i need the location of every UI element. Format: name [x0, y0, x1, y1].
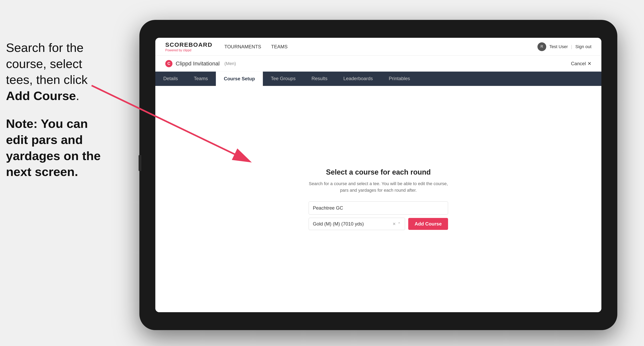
note-text: Note: You canedit pars andyardages on th…	[6, 116, 122, 180]
cancel-button[interactable]: Cancel ✕	[571, 61, 592, 66]
separator: |	[571, 44, 572, 49]
nav-tournaments[interactable]: TOURNAMENTS	[224, 44, 261, 49]
user-name: Test User	[550, 44, 568, 49]
tournament-logo: C	[165, 60, 172, 67]
tee-select-wrapper[interactable]: Gold (M) (M) (7010 yds) ✕ ⌃	[309, 218, 405, 230]
logo-area: SCOREBOARD Powered by clippd	[165, 41, 212, 52]
add-course-button[interactable]: Add Course	[408, 218, 448, 230]
navbar-left: SCOREBOARD Powered by clippd TOURNAMENTS…	[165, 41, 288, 52]
cancel-icon: ✕	[588, 61, 592, 66]
tournament-name: Clippd Invitational	[176, 60, 220, 67]
tab-leaderboards[interactable]: Leaderboards	[335, 72, 381, 86]
tab-course-setup[interactable]: Course Setup	[216, 72, 263, 86]
instructions-panel: Search for thecourse, selecttees, then c…	[6, 40, 122, 192]
logo-title: SCOREBOARD	[165, 41, 212, 48]
clear-icon[interactable]: ✕	[392, 221, 396, 226]
tab-tee-groups[interactable]: Tee Groups	[263, 72, 304, 86]
tee-select-icons: ✕ ⌃	[392, 221, 401, 226]
tablet-frame: SCOREBOARD Powered by clippd TOURNAMENTS…	[140, 20, 617, 330]
main-content: Select a course for each round Search fo…	[155, 86, 602, 312]
sign-out-link[interactable]: Sign out	[575, 44, 592, 49]
tournament-title: C Clippd Invitational (Men)	[165, 60, 236, 67]
tab-printables[interactable]: Printables	[381, 72, 418, 86]
course-search-input[interactable]	[309, 201, 448, 214]
logo-subtitle: Powered by clippd	[165, 48, 212, 52]
tee-select-row: Gold (M) (M) (7010 yds) ✕ ⌃ Add Course	[309, 218, 448, 230]
navbar-right: R Test User | Sign out	[538, 42, 592, 51]
tablet-side-button	[138, 155, 142, 171]
user-avatar: R	[538, 42, 546, 51]
tournament-badge: (Men)	[224, 61, 236, 66]
chevron-icon[interactable]: ⌃	[398, 221, 401, 226]
course-select-box: Select a course for each round Search fo…	[309, 168, 448, 230]
tablet-screen: SCOREBOARD Powered by clippd TOURNAMENTS…	[155, 38, 602, 312]
instruction-text: Search for thecourse, selecttees, then c…	[6, 40, 122, 104]
tournament-header: C Clippd Invitational (Men) Cancel ✕	[155, 56, 602, 72]
course-select-title: Select a course for each round	[309, 168, 448, 176]
tab-teams[interactable]: Teams	[186, 72, 216, 86]
navbar: SCOREBOARD Powered by clippd TOURNAMENTS…	[155, 38, 602, 56]
tab-details[interactable]: Details	[155, 72, 186, 86]
nav-links: TOURNAMENTS TEAMS	[224, 44, 288, 49]
nav-teams[interactable]: TEAMS	[271, 44, 288, 49]
course-select-desc: Search for a course and select a tee. Yo…	[309, 180, 448, 193]
tab-bar: Details Teams Course Setup Tee Groups Re…	[155, 72, 602, 86]
tee-select-value: Gold (M) (M) (7010 yds)	[313, 221, 364, 227]
tab-results[interactable]: Results	[304, 72, 335, 86]
